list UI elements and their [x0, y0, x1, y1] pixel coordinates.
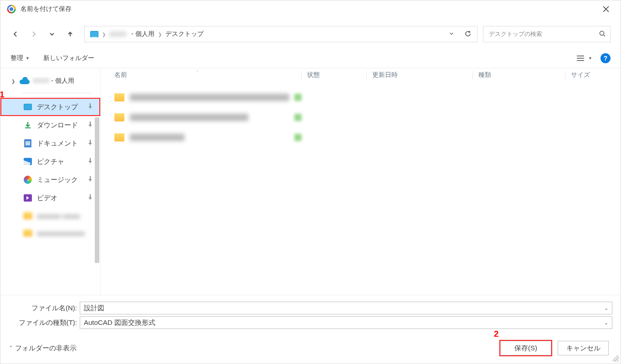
close-button[interactable]: [596, 2, 616, 16]
view-mode-button[interactable]: [575, 53, 586, 63]
tree-onedrive-personal[interactable]: ❯ XXXX - 個人用: [0, 73, 100, 89]
folder-icon: [23, 229, 32, 237]
save-button[interactable]: 保存(S): [500, 341, 551, 355]
organize-button[interactable]: 整理 ▼: [10, 54, 30, 62]
blurred-text: [130, 134, 185, 141]
dialog-title: 名前を付けて保存: [21, 5, 596, 13]
search-placeholder: デスクトップの検索: [489, 30, 599, 38]
sidebar-item-pictures[interactable]: ピクチャ: [0, 152, 100, 171]
chevron-right-icon[interactable]: ❯: [10, 79, 16, 84]
tree-user-blurred: XXXX: [32, 77, 49, 84]
save-as-dialog: 名前を付けて保存 ❯ XXXX - 個人用: [0, 0, 621, 364]
sidebar-item-label: ドキュメント: [37, 139, 78, 148]
pinned-folder-blurred[interactable]: xxxxxxxxxxxxxx: [0, 224, 100, 242]
folder-row-blurred[interactable]: [101, 107, 621, 127]
column-state[interactable]: 状態: [307, 71, 366, 79]
address-dropdown[interactable]: [445, 30, 458, 38]
sidebar-item-label: ピクチャ: [37, 157, 64, 166]
column-name[interactable]: 名前 ˄: [114, 71, 301, 79]
up-button[interactable]: [65, 29, 75, 39]
main-area: ❯ XXXX - 個人用 デスクトップ1ダウンロードドキュメントピクチャミュージ…: [0, 68, 621, 295]
sort-caret-icon: ˄: [196, 70, 199, 75]
pin-icon[interactable]: [87, 121, 93, 129]
folder-row-blurred[interactable]: [101, 127, 621, 147]
pin-icon[interactable]: [87, 176, 93, 184]
refresh-button[interactable]: [462, 30, 474, 39]
video-icon: [24, 194, 32, 202]
annotation-1: 1: [0, 90, 5, 100]
sidebar-item-label: ダウンロード: [37, 121, 78, 130]
pinned-folder-blurred[interactable]: xxxxxxx xxxxx: [0, 207, 100, 224]
sidebar-item-downloads[interactable]: ダウンロード: [0, 116, 100, 134]
folder-row-blurred[interactable]: [101, 87, 621, 107]
pin-icon[interactable]: [87, 103, 93, 111]
address-bar[interactable]: ❯ XXXX - 個人用 ❯ デスクトップ: [84, 26, 477, 42]
chevron-down-icon[interactable]: ⌄: [604, 320, 608, 326]
scrollbar[interactable]: [95, 117, 99, 263]
folder-icon: [23, 212, 32, 219]
sidebar-item-documents[interactable]: ドキュメント: [0, 134, 100, 152]
save-fields: ファイル名(N): 設計図 ⌄ ファイルの種類(T): AutoCAD 図面交換…: [0, 295, 621, 333]
sidebar-item-music[interactable]: ミュージック: [0, 171, 100, 189]
breadcrumb-current[interactable]: デスクトップ: [165, 30, 204, 38]
column-size[interactable]: サイズ: [571, 71, 621, 79]
folder-tree: ❯ XXXX - 個人用 デスクトップ1ダウンロードドキュメントピクチャミュージ…: [0, 68, 101, 295]
search-box[interactable]: デスクトップの検索: [483, 26, 611, 42]
back-button[interactable]: [10, 29, 21, 39]
chevron-right-icon: ❯: [102, 32, 106, 37]
filename-label: ファイル名(N):: [9, 304, 77, 313]
sidebar-item-label: ビデオ: [37, 194, 57, 202]
folder-icon: [114, 93, 124, 101]
blurred-text: [130, 114, 248, 121]
folder-pane-toggle[interactable]: ˄ フォルダーの非表示: [10, 344, 77, 353]
blurred-text: [130, 94, 289, 101]
pin-icon[interactable]: [87, 158, 93, 166]
resize-grip[interactable]: [612, 355, 619, 362]
filetype-label: ファイルの種類(T):: [9, 318, 77, 327]
toolbar: 整理 ▼ 新しいフォルダー ▼ ?: [0, 50, 621, 68]
cancel-button[interactable]: キャンセル: [558, 341, 609, 355]
nav-row: ❯ XXXX - 個人用 ❯ デスクトップ デスクトップの検索: [0, 18, 621, 50]
breadcrumb-personal-suffix: - 個人用: [131, 30, 154, 38]
search-icon: [599, 30, 606, 38]
desktop-icon: [24, 104, 32, 110]
app-icon: [7, 5, 16, 14]
nav-buttons: [10, 29, 79, 39]
sidebar-item-label: ミュージック: [37, 176, 78, 184]
cloud-icon: [20, 77, 29, 85]
pin-icon[interactable]: [87, 194, 93, 202]
column-type[interactable]: 種類: [478, 71, 565, 79]
sidebar-item-videos[interactable]: ビデオ: [0, 189, 100, 207]
caret-down-icon: ▼: [588, 56, 592, 61]
music-icon: [24, 176, 32, 184]
new-folder-button[interactable]: 新しいフォルダー: [43, 54, 94, 62]
chevron-right-icon: ❯: [158, 32, 162, 37]
file-rows: [101, 82, 621, 147]
breadcrumb-personal[interactable]: XXXX - 個人用: [109, 30, 154, 38]
picture-icon: [24, 158, 32, 165]
download-icon: [24, 121, 32, 129]
help-button[interactable]: ?: [600, 53, 611, 63]
pc-icon: [90, 31, 98, 37]
filetype-select[interactable]: AutoCAD 図面交換形式 ⌄: [80, 316, 612, 329]
breadcrumb-user-blurred: XXXX: [109, 30, 128, 38]
file-list-pane: 名前 ˄ 状態 更新日時 種類 サイズ: [101, 68, 621, 295]
column-date[interactable]: 更新日時: [372, 71, 472, 79]
svg-point-1: [10, 7, 13, 11]
filename-input[interactable]: 設計図 ⌄: [80, 302, 612, 314]
sync-status-icon: [294, 94, 302, 101]
svg-point-2: [600, 31, 604, 35]
document-icon: [24, 139, 31, 147]
divider: [22, 93, 92, 93]
sync-status-icon: [294, 134, 302, 141]
chevron-down-icon[interactable]: ⌄: [604, 305, 608, 311]
forward-button[interactable]: [29, 29, 39, 39]
chevron-up-icon: ˄: [10, 345, 12, 351]
sidebar-item-desktop[interactable]: デスクトップ1: [0, 98, 100, 116]
folder-icon: [114, 133, 124, 142]
caret-down-icon: ▼: [26, 56, 30, 61]
folder-icon: [114, 113, 124, 121]
history-dropdown[interactable]: [47, 29, 57, 39]
pin-icon[interactable]: [87, 140, 93, 147]
footer: ˄ フォルダーの非表示 2 保存(S) キャンセル: [0, 333, 621, 364]
